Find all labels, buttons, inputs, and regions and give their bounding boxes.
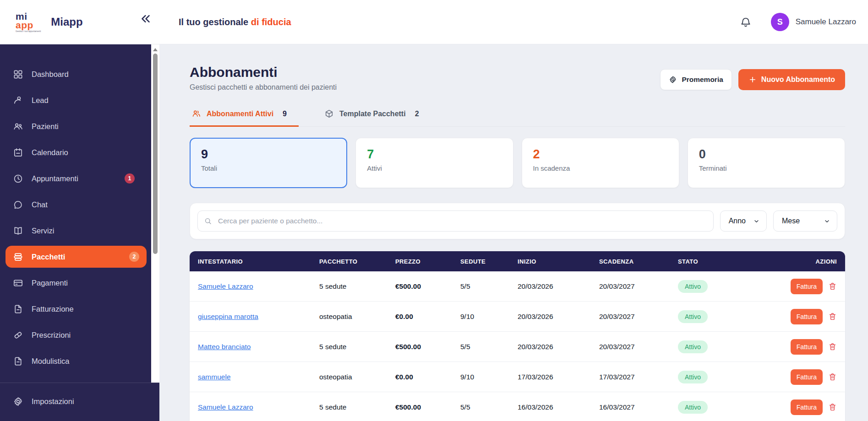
sidebar-item-chat[interactable]: Chat (0, 194, 147, 216)
avatar[interactable]: S (771, 13, 789, 31)
sidebar: DashboardLeadPazientiCalendarioAppuntame… (0, 44, 159, 421)
cell-prezzo: €500.00 (395, 343, 460, 351)
sidebar-item-calendario[interactable]: Calendario (0, 141, 147, 163)
stat-value: 7 (367, 147, 502, 162)
stat-label: Totali (201, 164, 336, 172)
tagline-main: Il tuo gestionale (179, 17, 248, 27)
cell-sedute: 5/5 (460, 282, 518, 291)
month-select[interactable]: Mese (773, 210, 837, 232)
tab-abbonamenti-attivi[interactable]: Abbonamenti Attivi 9 (190, 106, 299, 127)
delete-button[interactable] (828, 342, 837, 351)
scrollbar-up-arrow[interactable] (153, 48, 158, 51)
delete-button[interactable] (828, 403, 837, 411)
users-icon (191, 109, 201, 119)
column-header-scadenza: SCADENZA (599, 258, 678, 265)
sidebar-item-label: Modulistica (32, 357, 70, 366)
status-badge: Attivo (678, 371, 708, 383)
patient-link[interactable]: Samuele Lazzaro (198, 403, 253, 411)
sidebar-item-label: Impostazioni (32, 397, 74, 406)
cell-scadenza: 20/03/2027 (599, 343, 678, 351)
stat-card-attivi[interactable]: 7Attivi (355, 138, 513, 188)
fattura-button[interactable]: Fattura (791, 369, 823, 385)
status-badge: Attivo (678, 280, 708, 293)
sidebar-item-lead[interactable]: Lead (0, 89, 147, 111)
chevron-down-icon (824, 218, 830, 225)
clock-icon (13, 173, 23, 184)
search-wrap (197, 210, 714, 232)
search-input[interactable] (197, 210, 714, 232)
table-body: Samuele Lazzaro5 sedute€500.005/520/03/2… (190, 271, 845, 421)
sidebar-item-dashboard[interactable]: Dashboard (0, 63, 147, 85)
sidebar-nav: DashboardLeadPazientiCalendarioAppuntame… (0, 44, 151, 372)
sidebar-item-pacchetti[interactable]: Pacchetti2 (5, 246, 147, 268)
patient-link[interactable]: giuseppina marotta (198, 313, 258, 320)
sidebar-item-pagamenti[interactable]: Pagamenti (0, 272, 147, 294)
sidebar-item-fatturazione[interactable]: Fatturazione (0, 298, 147, 320)
calendar-icon (13, 147, 23, 158)
sidebar-item-pazienti[interactable]: Pazienti (0, 115, 147, 137)
cell-pacchetto: 5 sedute (319, 343, 395, 351)
document-icon (13, 356, 23, 367)
credit-card-icon (13, 278, 23, 288)
year-select[interactable]: Anno (720, 210, 767, 232)
delete-button[interactable] (828, 312, 837, 321)
app-name: Miapp (51, 16, 82, 28)
cell-pacchetto: osteopatia (319, 313, 395, 321)
delete-button[interactable] (828, 282, 837, 291)
plus-icon (748, 76, 757, 84)
delete-button[interactable] (828, 372, 837, 381)
column-header-sedute: SEDUTE (460, 258, 518, 265)
filters-bar: Anno Mese (190, 203, 845, 239)
nuovo-abbonamento-button[interactable]: Nuovo Abbonamento (738, 69, 845, 90)
scrollbar-thumb[interactable] (153, 54, 158, 254)
tab-count: 2 (415, 110, 419, 118)
page-head-left: Abbonamenti Gestisci pacchetti e abbonam… (190, 65, 337, 92)
trash-icon (828, 403, 837, 411)
tab-template-pacchetti[interactable]: Template Pacchetti 2 (322, 106, 431, 127)
fattura-button[interactable]: Fattura (791, 339, 823, 355)
notifications-button[interactable] (740, 16, 752, 28)
cell-inizio: 17/03/2026 (518, 373, 599, 381)
fattura-button[interactable]: Fattura (791, 309, 823, 324)
sidebar-item-prescrizioni[interactable]: Prescrizioni (0, 324, 147, 346)
stat-card-in-scadenza[interactable]: 2In scadenza (522, 138, 679, 188)
logo-text-app: app (16, 21, 41, 29)
promemoria-button[interactable]: Promemoria (660, 69, 732, 90)
fattura-button[interactable]: Fattura (791, 399, 823, 415)
sidebar-item-impostazioni[interactable]: Impostazioni (0, 390, 159, 412)
notification-badge: 2 (129, 252, 139, 262)
table-row: Matteo branciato5 sedute€500.005/520/03/… (190, 332, 845, 362)
main-content: Abbonamenti Gestisci pacchetti e abbonam… (159, 44, 868, 421)
chevron-down-icon (753, 218, 760, 225)
package-icon (324, 109, 334, 119)
sidebar-item-label: Pagamenti (32, 279, 68, 287)
document-icon (13, 304, 23, 314)
book-icon (13, 226, 23, 236)
stat-label: In scadenza (533, 164, 668, 172)
month-select-label: Mese (782, 217, 800, 225)
sidebar-collapse-button[interactable] (139, 12, 153, 26)
table-row: giuseppina marottaosteopatia€0.009/1020/… (190, 302, 845, 332)
cell-scadenza: 20/03/2027 (599, 313, 678, 321)
tabs: Abbonamenti Attivi 9 Template Pacchetti … (190, 106, 845, 127)
patient-link[interactable]: Matteo branciato (198, 343, 251, 351)
fattura-button[interactable]: Fattura (791, 279, 823, 294)
cell-inizio: 20/03/2026 (518, 343, 599, 351)
cell-prezzo: €0.00 (395, 373, 460, 381)
pill-icon (13, 330, 23, 340)
tab-count: 9 (283, 110, 287, 118)
page-subtitle: Gestisci pacchetti e abbonamenti dei paz… (190, 83, 337, 92)
gear-icon (669, 76, 677, 84)
trash-icon (828, 342, 837, 351)
stat-card-totali[interactable]: 9Totali (190, 138, 347, 188)
sidebar-item-appuntamenti[interactable]: Appuntamenti1 (0, 167, 147, 189)
patient-link[interactable]: Samuele Lazzaro (198, 282, 253, 290)
patient-link[interactable]: sammuele (198, 373, 231, 381)
stat-card-terminati[interactable]: 0Terminati (688, 138, 845, 188)
sidebar-item-modulistica[interactable]: Modulistica (0, 350, 147, 372)
sidebar-item-label: Dashboard (32, 70, 69, 79)
sidebar-scrollbar[interactable] (151, 44, 159, 383)
page-actions: Promemoria Nuovo Abbonamento (660, 69, 845, 90)
sidebar-item-servizi[interactable]: Servizi (0, 220, 147, 242)
sidebar-item-label: Lead (32, 96, 49, 105)
